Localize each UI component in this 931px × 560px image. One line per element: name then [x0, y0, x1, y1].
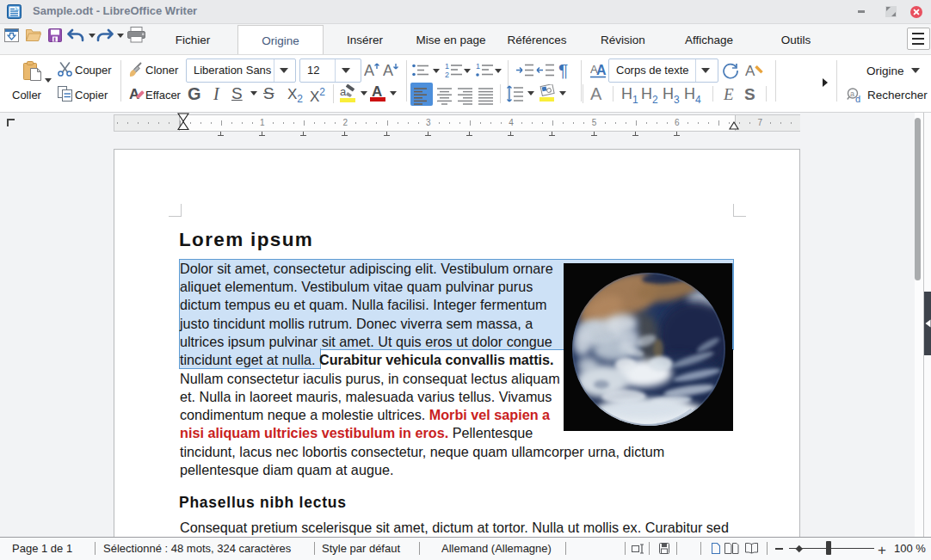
- svg-text:A: A: [383, 62, 393, 77]
- svg-text:A: A: [745, 63, 755, 79]
- svg-text:1: 1: [445, 62, 449, 71]
- svg-text:d: d: [855, 94, 860, 104]
- svg-text:2: 2: [445, 71, 449, 78]
- svg-text:A: A: [129, 86, 139, 102]
- svg-text:A: A: [596, 63, 607, 77]
- svg-text:a: a: [340, 85, 347, 98]
- svg-text:A: A: [364, 62, 374, 77]
- svg-text:a: a: [850, 89, 854, 98]
- svg-text:1: 1: [476, 62, 480, 71]
